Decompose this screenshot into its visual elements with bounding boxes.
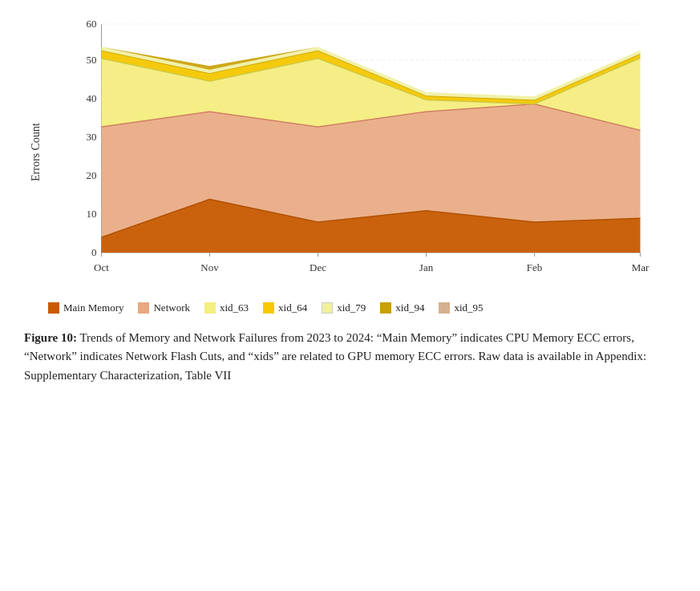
- legend-label-xid79: xid_79: [337, 302, 366, 314]
- x-label-oct: Oct: [94, 261, 109, 273]
- x-label-nov: Nov: [200, 261, 219, 273]
- svg-text:20: 20: [87, 169, 97, 181]
- svg-text:50: 50: [87, 54, 97, 66]
- legend-item-xid64: xid_64: [263, 302, 307, 314]
- legend-item-network: Network: [138, 302, 190, 314]
- svg-text:40: 40: [87, 92, 97, 104]
- chart-svg: 0 10 20 30 40 50 60: [43, 16, 676, 289]
- legend-swatch-network: [138, 302, 149, 314]
- x-label-mar: Mar: [632, 261, 649, 273]
- legend-swatch-xid94: [380, 302, 391, 314]
- svg-text:60: 60: [87, 18, 97, 30]
- caption-text: Trends of Memory and Network Failures fr…: [24, 331, 646, 382]
- x-label-feb: Feb: [527, 261, 543, 273]
- legend-label-main-memory: Main Memory: [63, 302, 123, 314]
- legend-item-xid94: xid_94: [380, 302, 424, 314]
- svg-text:30: 30: [87, 131, 97, 143]
- x-label-jan: Jan: [419, 261, 434, 273]
- chart-inner: 0 10 20 30 40 50 60: [43, 16, 676, 289]
- svg-text:10: 10: [87, 208, 97, 220]
- legend-label-xid94: xid_94: [395, 302, 424, 314]
- figure-caption: Figure 10: Trends of Memory and Network …: [24, 329, 676, 385]
- chart-area: Errors Count 0 10 20 30 40 50: [24, 16, 676, 289]
- chart-container: Errors Count 0 10 20 30 40 50: [24, 16, 676, 289]
- legend-swatch-xid63: [204, 302, 216, 314]
- legend-item-xid95: xid_95: [439, 302, 483, 314]
- svg-text:0: 0: [91, 246, 97, 258]
- legend-swatch-xid64: [263, 302, 274, 314]
- legend-swatch-xid79: [322, 302, 333, 314]
- legend-item-main-memory: Main Memory: [48, 302, 123, 314]
- legend-item-xid79: xid_79: [322, 302, 366, 314]
- legend: Main Memory Network xid_63 xid_64 xid_79…: [48, 302, 676, 314]
- legend-label-xid63: xid_63: [220, 302, 249, 314]
- x-label-dec: Dec: [310, 261, 326, 273]
- legend-swatch-xid95: [439, 302, 450, 314]
- legend-label-xid95: xid_95: [454, 302, 483, 314]
- legend-swatch-main-memory: [48, 302, 59, 314]
- legend-item-xid63: xid_63: [204, 302, 249, 314]
- legend-label-xid64: xid_64: [278, 302, 307, 314]
- y-axis-label: Errors Count: [24, 16, 43, 289]
- legend-label-network: Network: [153, 302, 190, 314]
- figure-number: Figure 10:: [24, 331, 77, 344]
